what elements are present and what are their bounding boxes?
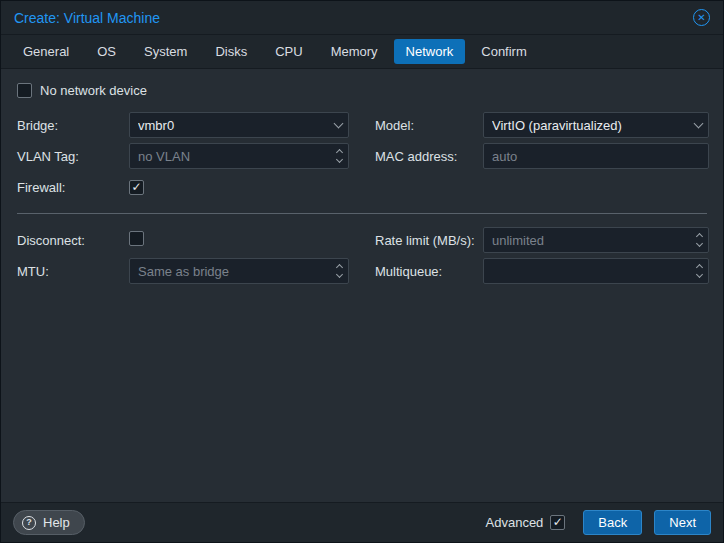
close-icon[interactable]: ✕ — [693, 9, 710, 26]
section-divider — [17, 213, 707, 214]
lower-field-grid: Disconnect: Rate limit (MB/s): MTU: — [17, 227, 707, 284]
spinner-icons — [337, 265, 342, 277]
advanced-label: Advanced — [486, 515, 544, 530]
mac-address-input[interactable] — [492, 149, 702, 164]
tab-confirm[interactable]: Confirm — [469, 39, 539, 64]
spinner-icons — [697, 265, 702, 277]
model-value[interactable] — [492, 118, 689, 133]
multiqueue-input[interactable] — [492, 264, 691, 279]
footer-actions: Advanced Back Next — [486, 510, 711, 535]
chevron-down-icon[interactable] — [334, 119, 344, 129]
dialog-title: Create: Virtual Machine — [14, 10, 160, 26]
firewall-checkbox[interactable] — [129, 180, 144, 195]
mtu-label: MTU: — [17, 264, 129, 279]
spinner-down-icon[interactable] — [336, 156, 343, 163]
no-network-device-checkbox[interactable] — [17, 83, 32, 98]
mtu-spinner[interactable] — [129, 258, 349, 284]
vlan-tag-label: VLAN Tag: — [17, 149, 129, 164]
mac-address-field[interactable] — [483, 143, 709, 169]
tab-bar: General OS System Disks CPU Memory Netwo… — [1, 35, 723, 69]
multiqueue-label: Multiqueue: — [375, 264, 483, 279]
next-button[interactable]: Next — [654, 510, 711, 535]
bridge-label: Bridge: — [17, 118, 129, 133]
no-network-device-label: No network device — [40, 83, 147, 98]
model-select[interactable] — [483, 112, 709, 138]
tab-os[interactable]: OS — [85, 39, 128, 64]
create-vm-dialog: Create: Virtual Machine ✕ General OS Sys… — [0, 0, 724, 543]
multiqueue-spinner[interactable] — [483, 258, 709, 284]
tab-system[interactable]: System — [132, 39, 199, 64]
advanced-group: Advanced — [486, 515, 566, 530]
upper-field-grid: Bridge: Model: VLAN Tag: MAC addr — [17, 112, 707, 200]
vlan-tag-spinner[interactable] — [129, 143, 349, 169]
bridge-select[interactable] — [129, 112, 349, 138]
model-label: Model: — [375, 118, 483, 133]
no-network-device-row: No network device — [17, 83, 707, 98]
back-button[interactable]: Back — [583, 510, 642, 535]
rate-limit-input[interactable] — [492, 233, 691, 248]
disconnect-label: Disconnect: — [17, 233, 129, 248]
help-label: Help — [43, 515, 70, 530]
tab-disks[interactable]: Disks — [203, 39, 259, 64]
tab-memory[interactable]: Memory — [319, 39, 390, 64]
chevron-down-icon[interactable] — [694, 119, 704, 129]
mtu-input[interactable] — [138, 264, 331, 279]
help-icon: ? — [22, 516, 36, 530]
spinner-down-icon[interactable] — [696, 271, 703, 278]
firewall-label: Firewall: — [17, 180, 129, 195]
spinner-icons — [337, 150, 342, 162]
bridge-value[interactable] — [138, 118, 329, 133]
spinner-down-icon[interactable] — [696, 240, 703, 247]
spinner-icons — [697, 234, 702, 246]
titlebar: Create: Virtual Machine ✕ — [1, 1, 723, 35]
tab-cpu[interactable]: CPU — [263, 39, 314, 64]
tab-general[interactable]: General — [11, 39, 81, 64]
tab-network[interactable]: Network — [394, 39, 466, 64]
network-form: No network device Bridge: Model: VLAN Ta… — [1, 69, 723, 502]
vlan-tag-input[interactable] — [138, 149, 331, 164]
footer-bar: ? Help Advanced Back Next — [1, 502, 723, 542]
spinner-down-icon[interactable] — [336, 271, 343, 278]
disconnect-checkbox[interactable] — [129, 231, 144, 246]
advanced-checkbox[interactable] — [550, 515, 565, 530]
rate-limit-label: Rate limit (MB/s): — [375, 233, 483, 248]
help-button[interactable]: ? Help — [13, 510, 85, 535]
mac-address-label: MAC address: — [375, 149, 483, 164]
rate-limit-spinner[interactable] — [483, 227, 709, 253]
